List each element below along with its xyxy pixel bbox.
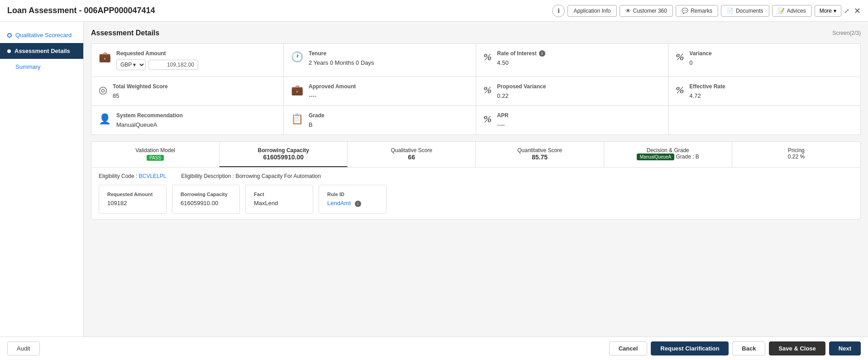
metric-card-variance: % Variance 0 — [668, 44, 860, 77]
metric-card-grade: 📋 Grade B — [284, 106, 476, 134]
metric-card-empty — [668, 106, 860, 134]
sidebar-item-qualitative-scorecard[interactable]: Qualitative Scorecard — [0, 27, 83, 43]
variance-label: Variance — [689, 50, 711, 57]
main-layout: Qualitative Scorecard Assessment Details… — [0, 22, 868, 336]
sidebar-circle-icon — [7, 33, 12, 38]
sidebar-item-label: Assessment Details — [14, 48, 70, 54]
customer-360-button[interactable]: 👁 Customer 360 — [620, 5, 673, 17]
proposed-variance-value: 0.22 — [497, 92, 546, 99]
advices-icon: 📝 — [778, 8, 785, 14]
panel-card-requested-label: Requested Amount — [107, 192, 158, 197]
score-icon: ◎ — [99, 84, 107, 96]
content-title: Assessment Details — [91, 29, 159, 37]
rate-label: Rate of Interest i — [497, 50, 545, 57]
bottom-panel: Validation Model PASS Borrowing Capacity… — [91, 141, 861, 220]
customer-360-icon: 👁 — [625, 8, 631, 14]
panel-card-rule-label: Rule ID — [327, 192, 378, 197]
eligibility-code-label: Eligibility Code : — [99, 173, 137, 179]
tab-validation-model[interactable]: Validation Model PASS — [91, 142, 219, 167]
grade-b-label: Grade : B — [676, 154, 699, 160]
grade-value: B — [309, 121, 324, 128]
proposed-variance-icon: % — [483, 84, 491, 96]
remarks-icon: 💬 — [682, 8, 688, 14]
approved-amount-icon: 💼 — [291, 84, 303, 96]
rate-info-icon[interactable]: i — [539, 50, 545, 57]
documents-button[interactable]: 📄 Documents — [721, 5, 769, 17]
apr-icon: % — [483, 113, 491, 125]
back-button[interactable]: Back — [732, 341, 765, 355]
close-button[interactable]: ✕ — [854, 6, 861, 16]
tab-pricing-label: Pricing — [736, 147, 857, 154]
metrics-grid: 💼 Requested Amount GBP ▾ 🕐 Tenure 2 — [91, 43, 861, 135]
grade-icon: 📋 — [291, 113, 303, 125]
next-button[interactable]: Next — [829, 341, 861, 355]
sidebar-dot-icon — [7, 49, 11, 53]
sidebar-item-label: Summary — [7, 63, 41, 70]
system-rec-label: System Recommendation — [116, 112, 183, 119]
content-header: Assessment Details Screen(2/3) — [91, 29, 861, 37]
tenure-icon: 🕐 — [291, 51, 303, 63]
effective-rate-label: Effective Rate — [689, 83, 725, 90]
eligibility-row: Eligibility Code : BCVLELPL Eligibility … — [99, 173, 853, 179]
metric-card-requested-amount: 💼 Requested Amount GBP ▾ — [91, 44, 283, 77]
tab-quantitative-score[interactable]: Quantitative Score 85.75 — [476, 142, 604, 167]
metric-card-tenure: 🕐 Tenure 2 Years 0 Months 0 Days — [284, 44, 476, 77]
bottom-tabs: Validation Model PASS Borrowing Capacity… — [91, 142, 860, 168]
page-title: Loan Assessment - 006APP000047414 — [7, 6, 155, 15]
metric-card-rate-of-interest: % Rate of Interest i 4.50 — [476, 44, 668, 77]
metric-card-approved-amount: 💼 Approved Amount ---- — [284, 77, 476, 106]
apr-label: APR — [497, 112, 508, 119]
sidebar-item-summary[interactable]: Summary — [0, 59, 83, 75]
panel-card-borrowing-value: 616059910.00 — [181, 200, 231, 206]
resize-icon[interactable]: ⤢ — [844, 7, 849, 14]
decision-badge: ManualQueueA — [637, 154, 675, 160]
content-area: Assessment Details Screen(2/3) 💼 Request… — [84, 22, 868, 336]
tab-qualitative-score[interactable]: Qualitative Score 66 — [348, 142, 476, 167]
eligibility-desc-label: Eligibility Description : — [181, 173, 234, 179]
sidebar: Qualitative Scorecard Assessment Details… — [0, 22, 84, 336]
footer: Audit Cancel Request Clarification Back … — [0, 336, 868, 360]
panel-card-fact-label: Fact — [254, 192, 305, 197]
panel-card-fact-maxlend: Fact MaxLend — [245, 185, 313, 214]
remarks-button[interactable]: 💬 Remarks — [676, 5, 718, 17]
save-close-button[interactable]: Save & Close — [769, 341, 825, 355]
application-info-button[interactable]: Application Info — [568, 5, 616, 17]
score-value: 85 — [113, 92, 168, 99]
cancel-button[interactable]: Cancel — [609, 341, 648, 355]
tab-quantitative-label: Quantitative Score — [479, 147, 600, 154]
system-rec-value: ManualQueueA — [116, 121, 183, 128]
more-button[interactable]: More ▾ — [815, 5, 841, 17]
effective-rate-value: 4.72 — [689, 92, 725, 99]
metric-card-total-weighted-score: ◎ Total Weighted Score 85 — [91, 77, 283, 106]
info-icon-button[interactable]: ℹ — [552, 5, 565, 17]
tab-validation-label: Validation Model — [95, 147, 215, 154]
request-clarification-button[interactable]: Request Clarification — [651, 341, 729, 355]
tab-pricing[interactable]: Pricing 0.22 % — [732, 142, 860, 167]
grade-label: Grade — [309, 112, 324, 119]
panel-card-rule-id: Rule ID LendAmt i — [319, 185, 386, 214]
rate-value: 4.50 — [497, 59, 545, 66]
system-rec-icon: 👤 — [99, 113, 111, 125]
sidebar-item-assessment-details[interactable]: Assessment Details — [0, 43, 83, 59]
panel-card-borrowing-capacity: Borrowing Capacity 616059910.00 — [172, 185, 240, 214]
variance-icon: % — [676, 51, 684, 63]
apr-value: ---- — [497, 121, 508, 128]
effective-rate-icon: % — [676, 84, 684, 96]
tenure-value: 2 Years 0 Months 0 Days — [309, 59, 374, 66]
rule-id-info-icon[interactable]: i — [355, 201, 361, 207]
audit-button[interactable]: Audit — [7, 341, 40, 355]
eligibility-code-link[interactable]: BCVLELPL — [139, 173, 166, 179]
currency-select[interactable]: GBP ▾ — [116, 59, 146, 70]
panel-cards: Requested Amount 109182 Borrowing Capaci… — [99, 185, 853, 214]
sidebar-item-label: Qualitative Scorecard — [15, 32, 72, 38]
approved-label: Approved Amount — [309, 83, 356, 90]
advices-button[interactable]: 📝 Advices — [772, 5, 812, 17]
requested-amount-input[interactable] — [148, 60, 198, 70]
validation-badge: PASS — [147, 155, 164, 161]
metric-card-system-recommendation: 👤 System Recommendation ManualQueueA — [91, 106, 283, 134]
panel-body: Eligibility Code : BCVLELPL Eligibility … — [91, 168, 860, 219]
metric-card-effective-rate: % Effective Rate 4.72 — [668, 77, 860, 106]
tab-decision-grade[interactable]: Decision & Grade ManualQueueA Grade : B — [604, 142, 732, 167]
tab-borrowing-capacity[interactable]: Borrowing Capacity 616059910.00 — [219, 142, 348, 167]
rule-id-link[interactable]: LendAmt — [327, 200, 351, 206]
